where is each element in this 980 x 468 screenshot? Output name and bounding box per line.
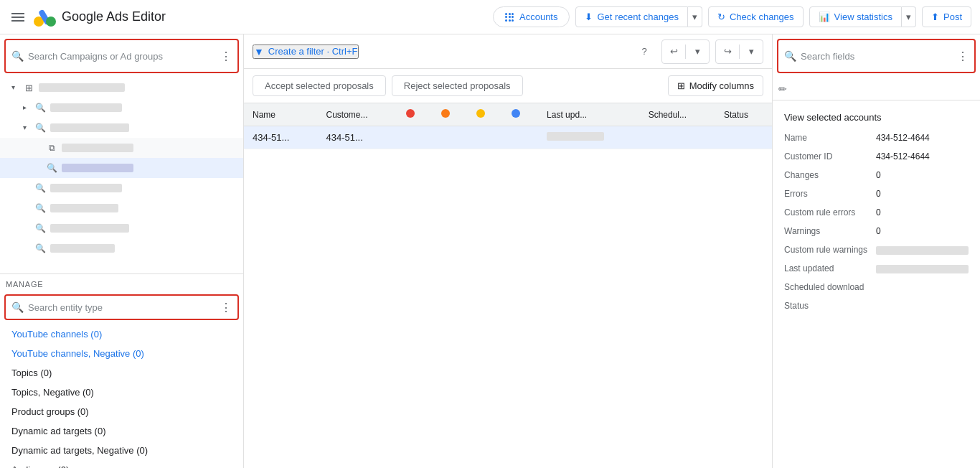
- chevron-down-icon: ▾: [23, 123, 32, 132]
- app-title: Google Ads Editor: [62, 9, 166, 24]
- list-item[interactable]: Audiences (0): [0, 460, 243, 468]
- cell-dot2: [433, 126, 468, 149]
- reject-proposals-button[interactable]: Reject selected proposals: [392, 75, 523, 96]
- grid-icon: ⊞: [23, 82, 34, 93]
- check-changes-button[interactable]: ↻ Check changes: [708, 6, 804, 27]
- cell-dot4: [503, 126, 538, 149]
- search-fields-bar: 🔍 ⋮: [777, 39, 976, 73]
- undo-button[interactable]: ↩: [662, 40, 685, 63]
- detail-row-custom-rule-warnings: Custom rule warnings: [773, 240, 980, 259]
- blurred-value: [876, 246, 969, 255]
- redo-group: ↪ ▾: [715, 39, 763, 64]
- tree-item[interactable]: 🔍: [0, 238, 243, 258]
- cell-status: [715, 126, 772, 149]
- tree-item[interactable]: ▾ ⊞: [0, 78, 243, 98]
- filter-icon: ▼: [254, 46, 264, 57]
- campaign-tree: ▾ ⊞ ▸ 🔍 ▾ 🔍 ⧉: [0, 78, 243, 273]
- entity-list: YouTube channels (0) YouTube channels, N…: [0, 324, 243, 468]
- main-content: ▼ Create a filter · Ctrl+F ? ↩ ▾ ↪ ▾ Acc…: [244, 34, 772, 468]
- detail-area: View selected accounts Name 434-512-4644…: [773, 100, 980, 468]
- tree-item[interactable]: 🔍: [0, 218, 243, 238]
- col-dot1: [397, 103, 433, 126]
- yellow-dot-icon: [476, 109, 485, 118]
- list-item[interactable]: Dynamic ad targets (0): [0, 421, 243, 441]
- accept-proposals-button[interactable]: Accept selected proposals: [253, 75, 386, 96]
- chevron-right-icon: ▸: [23, 103, 32, 112]
- orange-dot-icon: [441, 109, 450, 118]
- chevron-down-icon: ▾: [11, 83, 20, 92]
- blurred-value: [547, 132, 604, 141]
- search-fields-icon: 🔍: [784, 50, 796, 62]
- undo-dropdown-button[interactable]: ▾: [686, 40, 709, 63]
- tree-item[interactable]: 🔍: [0, 198, 243, 218]
- search-fields-input[interactable]: [801, 51, 953, 62]
- detail-row-warnings: Warnings 0: [773, 222, 980, 240]
- redo-button[interactable]: ↪: [716, 40, 739, 63]
- tree-item-label: [50, 123, 129, 132]
- col-dot4: [503, 103, 538, 126]
- edit-pencil-icon[interactable]: ✏: [778, 83, 787, 95]
- col-last-updated[interactable]: Last upd...: [538, 103, 640, 126]
- menu-button[interactable]: [9, 8, 27, 27]
- refresh-icon: ↻: [717, 11, 725, 22]
- red-dot-icon: [406, 109, 415, 118]
- tree-item[interactable]: ⧉: [0, 138, 243, 158]
- help-button[interactable]: ?: [633, 40, 656, 63]
- col-scheduled[interactable]: Schedul...: [640, 103, 715, 126]
- get-recent-changes-button[interactable]: ⬇ Get recent changes ▾: [575, 6, 702, 27]
- tree-item-label: [62, 164, 133, 172]
- tree-item-label: [50, 184, 122, 192]
- tree-item[interactable]: ▾ 🔍: [0, 118, 243, 138]
- col-status[interactable]: Status: [715, 103, 772, 126]
- table-header-row: Name Custome...: [244, 103, 772, 126]
- detail-row-customer-id: Customer ID 434-512-4644: [773, 147, 980, 166]
- entity-more-icon[interactable]: ⋮: [220, 301, 232, 314]
- search-campaigns-more-icon[interactable]: ⋮: [220, 50, 232, 63]
- col-customer[interactable]: Custome...: [318, 103, 398, 126]
- view-statistics-button[interactable]: 📊 View statistics ▾: [809, 6, 916, 27]
- col-dot2: [433, 103, 468, 126]
- view-statistics-dropdown-arrow[interactable]: ▾: [902, 6, 916, 27]
- search-fields-more-icon[interactable]: ⋮: [957, 50, 969, 63]
- detail-row-scheduled-download: Scheduled download: [773, 278, 980, 296]
- list-item[interactable]: Dynamic ad targets, Negative (0): [0, 441, 243, 460]
- list-item[interactable]: Topics (0): [0, 363, 243, 383]
- tree-item[interactable]: 🔍: [0, 178, 243, 198]
- list-item[interactable]: YouTube channels (0): [0, 324, 243, 344]
- search-icon: 🔍: [34, 122, 46, 134]
- detail-row-custom-rule-errors: Custom rule errors 0: [773, 203, 980, 222]
- list-item[interactable]: YouTube channels, Negative (0): [0, 344, 243, 363]
- filter-bar: ▼ Create a filter · Ctrl+F ? ↩ ▾ ↪ ▾: [244, 34, 772, 69]
- tree-item-label: [50, 103, 122, 112]
- top-header: Google Ads Editor Accounts ⬇ Get recent …: [0, 0, 980, 34]
- data-table-container: Name Custome...: [244, 103, 772, 468]
- modify-columns-button[interactable]: ⊞ Modify columns: [668, 75, 763, 96]
- redo-dropdown-button[interactable]: ▾: [740, 40, 763, 63]
- search-campaigns-input[interactable]: [28, 51, 216, 62]
- right-panel: 🔍 ⋮ ✏ View selected accounts Name 434-51…: [772, 34, 980, 468]
- proposals-toolbar: Accept selected proposals Reject selecte…: [244, 69, 772, 103]
- post-button[interactable]: ⬆ Post: [922, 6, 971, 27]
- tree-item-label: [50, 204, 118, 212]
- search-entity-icon: 🔍: [11, 301, 24, 313]
- table-row[interactable]: 434-51... 434-51...: [244, 126, 772, 149]
- blurred-value: [876, 265, 969, 273]
- accounts-label: Accounts: [519, 11, 557, 22]
- list-item[interactable]: Product groups (0): [0, 402, 243, 421]
- download-icon: ⬇: [585, 11, 593, 22]
- tree-item-selected[interactable]: 🔍: [0, 158, 243, 178]
- tree-item[interactable]: ▸ 🔍: [0, 98, 243, 118]
- list-item[interactable]: Topics, Negative (0): [0, 383, 243, 402]
- cell-last-updated: [538, 126, 640, 149]
- cell-dot1: [397, 126, 433, 149]
- create-filter-button[interactable]: ▼ Create a filter · Ctrl+F: [253, 45, 359, 59]
- manage-label: MANAGE: [0, 274, 243, 291]
- detail-row-errors: Errors 0: [773, 184, 980, 203]
- get-recent-dropdown-arrow[interactable]: ▾: [688, 6, 702, 27]
- accounts-button[interactable]: Accounts: [493, 6, 570, 27]
- help-icon: ?: [641, 46, 646, 57]
- col-name[interactable]: Name: [244, 103, 318, 126]
- undo-group: ↩ ▾: [661, 39, 710, 64]
- bar-chart-icon: 📊: [819, 11, 830, 22]
- search-entity-input[interactable]: [28, 302, 216, 313]
